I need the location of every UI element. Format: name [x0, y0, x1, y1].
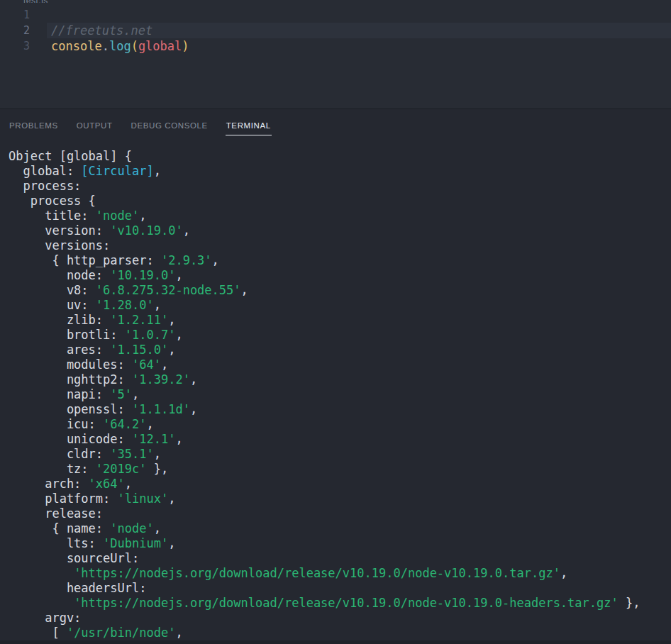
terminal-line: node: '10.19.0',: [9, 268, 662, 283]
terminal-line: version: 'v10.19.0',: [9, 223, 662, 238]
terminal-line: title: 'node',: [9, 209, 662, 223]
code-line: 3console.log(global): [0, 38, 671, 54]
terminal-line: napi: '5',: [9, 387, 662, 402]
terminal-line: 'https://nodejs.org/download/release/v10…: [9, 566, 662, 581]
code-text: //freetuts.net: [47, 23, 671, 38]
terminal-line: unicode: '12.1',: [9, 432, 662, 447]
terminal-line: cldr: '35.1',: [9, 447, 662, 462]
terminal-line: brotli: '1.0.7',: [9, 328, 662, 343]
line-number: 2: [0, 23, 47, 38]
terminal-line: versions:: [9, 238, 662, 253]
terminal-line: argv:: [9, 611, 662, 626]
terminal-line: { http_parser: '2.9.3',: [9, 253, 662, 268]
panel-tab-output[interactable]: OUTPUT: [76, 116, 113, 135]
vscode-window: test.js 12//freetuts.net3console.log(glo…: [0, 0, 671, 644]
terminal-line: Object [global] {: [9, 149, 662, 164]
terminal-line: modules: '64',: [9, 357, 662, 372]
code-line: 2//freetuts.net: [0, 23, 671, 38]
terminal-line: ares: '1.15.0',: [9, 343, 662, 357]
terminal-line: arch: 'x64',: [9, 477, 662, 492]
terminal-line: release:: [9, 506, 662, 521]
terminal-line: { name: 'node',: [9, 521, 662, 536]
terminal-line: global: [Circular],: [9, 164, 662, 179]
editor-tab[interactable]: test.js: [23, 0, 80, 3]
terminal-line: icu: '64.2',: [9, 417, 662, 432]
editor-lines: 12//freetuts.net3console.log(global): [0, 0, 671, 54]
terminal-line: 'https://nodejs.org/download/release/v10…: [9, 596, 662, 611]
panel-tab-problems[interactable]: PROBLEMS: [9, 116, 59, 135]
panel-tab-debug-console[interactable]: DEBUG CONSOLE: [131, 116, 209, 135]
terminal-line: [ '/usr/bin/node',: [9, 626, 662, 640]
panel-tab-terminal[interactable]: TERMINAL: [226, 116, 272, 135]
terminal-line: process:: [9, 179, 662, 194]
panel-tab-bar: PROBLEMSOUTPUTDEBUG CONSOLETERMINAL: [0, 109, 671, 142]
terminal-line: nghttp2: '1.39.2',: [9, 372, 662, 387]
code-text: [47, 7, 671, 23]
terminal-line: zlib: '1.2.11',: [9, 313, 662, 328]
terminal-line: tz: '2019c' },: [9, 462, 662, 477]
terminal-line: headersUrl:: [9, 581, 662, 596]
bottom-panel: PROBLEMSOUTPUTDEBUG CONSOLETERMINAL Obje…: [0, 109, 671, 644]
bottom-strip: [0, 640, 671, 644]
editor-tab-label: test.js: [23, 0, 48, 3]
code-text: console.log(global): [47, 38, 671, 54]
terminal-line: lts: 'Dubnium',: [9, 536, 662, 551]
line-number: 1: [0, 7, 47, 23]
terminal-line: sourceUrl:: [9, 551, 662, 566]
terminal-line: openssl: '1.1.1d',: [9, 402, 662, 417]
terminal-line: uv: '1.28.0',: [9, 298, 662, 313]
code-line: 1: [0, 7, 671, 23]
terminal-line: platform: 'linux',: [9, 492, 662, 506]
code-editor[interactable]: test.js 12//freetuts.net3console.log(glo…: [0, 0, 671, 109]
terminal-line: process {: [9, 194, 662, 209]
line-number: 3: [0, 38, 47, 54]
terminal-output[interactable]: Object [global] { global: [Circular], pr…: [0, 142, 671, 640]
terminal-line: v8: '6.8.275.32-node.55',: [9, 283, 662, 298]
